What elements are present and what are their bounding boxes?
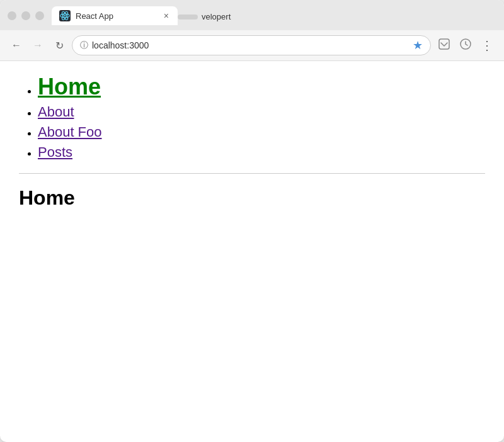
content-divider	[19, 173, 485, 174]
profile-area: velopert	[178, 12, 233, 25]
menu-icon: ⋮	[481, 38, 493, 53]
browser-tab[interactable]: React App ×	[52, 6, 178, 25]
toolbar-icons: ⋮	[435, 36, 496, 55]
close-window-button[interactable]	[8, 11, 16, 20]
tab-favicon	[59, 10, 71, 21]
profile-name: velopert	[202, 12, 231, 21]
address-text: localhost:3000	[92, 40, 409, 50]
menu-button[interactable]: ⋮	[478, 36, 496, 55]
tab-close-button[interactable]: ×	[163, 11, 170, 21]
reload-icon: ↻	[55, 40, 64, 52]
forward-button[interactable]: →	[29, 37, 47, 54]
reload-button[interactable]: ↻	[50, 37, 68, 54]
nav-list: Home About About Foo Posts	[19, 74, 485, 161]
profile-button[interactable]	[178, 14, 198, 20]
react-logo-icon	[59, 10, 71, 21]
navigation-bar: ← → ↻ ⓘ localhost:3000 ★	[0, 30, 504, 61]
home-link[interactable]: Home	[38, 74, 101, 99]
tabs-row: React App × velopert	[52, 6, 233, 25]
maximize-window-button[interactable]	[35, 11, 44, 20]
address-bar[interactable]: ⓘ localhost:3000 ★	[72, 35, 431, 55]
pocket-button[interactable]	[435, 36, 454, 55]
back-icon: ←	[11, 40, 21, 51]
list-item: About Foo	[38, 124, 485, 140]
minimize-window-button[interactable]	[21, 11, 30, 20]
title-bar: React App × velopert	[0, 0, 504, 30]
history-icon	[459, 38, 472, 54]
list-item: About	[38, 104, 485, 120]
svg-point-4	[64, 15, 66, 17]
back-button[interactable]: ←	[8, 37, 25, 54]
tab-title: React App	[76, 11, 158, 21]
page-content: Home About About Foo Posts Home	[0, 61, 504, 414]
pocket-icon	[438, 38, 450, 54]
list-item: Home	[38, 74, 485, 100]
posts-link[interactable]: Posts	[38, 144, 72, 160]
about-foo-link[interactable]: About Foo	[38, 124, 102, 140]
page-heading: Home	[19, 186, 485, 210]
history-button[interactable]	[456, 36, 475, 55]
browser-window: React App × velopert ← → ↻ ⓘ localhost:3…	[0, 0, 504, 442]
svg-rect-5	[439, 39, 449, 49]
list-item: Posts	[38, 144, 485, 161]
forward-icon: →	[33, 40, 43, 51]
title-bar-top: React App × velopert	[8, 6, 496, 25]
about-link[interactable]: About	[38, 104, 74, 120]
info-icon: ⓘ	[80, 40, 88, 51]
window-controls	[8, 11, 44, 20]
bookmark-star-icon[interactable]: ★	[413, 38, 423, 52]
